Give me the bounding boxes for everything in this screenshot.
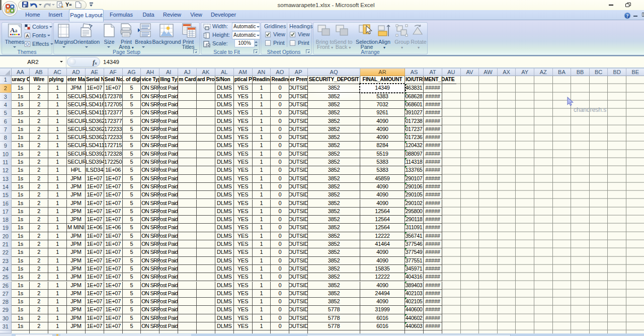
svg-text:?: ? [626, 13, 629, 19]
svg-text:A: A [10, 26, 15, 34]
svg-text:a: a [15, 27, 18, 33]
svg-text:A: A [26, 33, 29, 38]
